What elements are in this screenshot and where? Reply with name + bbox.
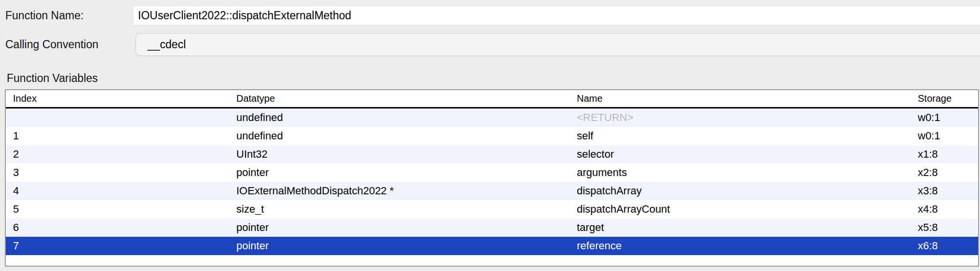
- cell-datatype: pointer: [236, 218, 577, 237]
- cell-datatype: IOExternalMethodDispatch2022 *: [236, 182, 577, 200]
- column-header-index[interactable]: Index: [6, 90, 236, 107]
- cell-datatype: size_t: [236, 200, 577, 218]
- cell-datatype: pointer: [236, 163, 577, 182]
- cell-datatype: undefined: [236, 127, 577, 145]
- function-variables-label: Function Variables: [7, 72, 98, 85]
- cell-storage: w0:1: [918, 108, 978, 127]
- cell-storage: x5:8: [918, 218, 978, 237]
- cell-datatype: pointer: [236, 237, 577, 255]
- cell-index: 6: [6, 218, 236, 237]
- cell-index: 1: [6, 127, 236, 145]
- column-header-storage[interactable]: Storage: [918, 90, 978, 107]
- cell-storage: w0:1: [918, 127, 978, 145]
- table-row[interactable]: 1undefinedselfw0:1: [6, 127, 978, 145]
- cell-name: self: [577, 127, 918, 145]
- function-variables-table: Index Datatype Name Storage undefined<RE…: [5, 89, 979, 267]
- cell-datatype: UInt32: [236, 145, 577, 163]
- cell-name: target: [577, 218, 918, 237]
- cell-storage: x1:8: [918, 145, 978, 163]
- table-row[interactable]: 4IOExternalMethodDispatch2022 *dispatchA…: [6, 182, 978, 200]
- function-name-input[interactable]: [134, 6, 980, 25]
- cell-storage: x4:8: [918, 200, 978, 218]
- cell-index: 7: [6, 237, 236, 255]
- table-row[interactable]: 7pointerreferencex6:8: [6, 237, 978, 255]
- cell-storage: x3:8: [918, 182, 978, 200]
- cell-name: reference: [577, 237, 918, 255]
- cell-index: 4: [6, 182, 236, 200]
- table-header-row: Index Datatype Name Storage: [6, 90, 978, 108]
- calling-convention-label: Calling Convention: [5, 38, 98, 51]
- cell-index: 3: [6, 163, 236, 182]
- function-name-label: Function Name:: [5, 9, 83, 22]
- calling-convention-select[interactable]: __cdecl: [136, 33, 980, 56]
- cell-storage: x6:8: [918, 237, 978, 255]
- cell-name: dispatchArray: [577, 182, 918, 200]
- variables-table-body: undefined<RETURN>w0:11undefinedselfw0:12…: [6, 108, 978, 255]
- calling-convention-value: __cdecl: [136, 38, 186, 51]
- table-row[interactable]: 2UInt32selectorx1:8: [6, 145, 978, 163]
- cell-name: selector: [577, 145, 918, 163]
- cell-index: 2: [6, 145, 236, 163]
- table-row[interactable]: 3pointerargumentsx2:8: [6, 163, 978, 182]
- cell-index: 5: [6, 200, 236, 218]
- cell-storage: x2:8: [918, 163, 978, 182]
- table-row[interactable]: 6pointertargetx5:8: [6, 218, 978, 237]
- column-header-name[interactable]: Name: [577, 90, 918, 107]
- table-row[interactable]: undefined<RETURN>w0:1: [6, 108, 978, 127]
- cell-datatype: undefined: [236, 108, 577, 127]
- cell-index: [6, 108, 236, 127]
- cell-name: arguments: [577, 163, 918, 182]
- cell-name: <RETURN>: [577, 108, 918, 127]
- cell-name: dispatchArrayCount: [577, 200, 918, 218]
- column-header-datatype[interactable]: Datatype: [236, 90, 577, 107]
- table-row[interactable]: 5size_tdispatchArrayCountx4:8: [6, 200, 978, 218]
